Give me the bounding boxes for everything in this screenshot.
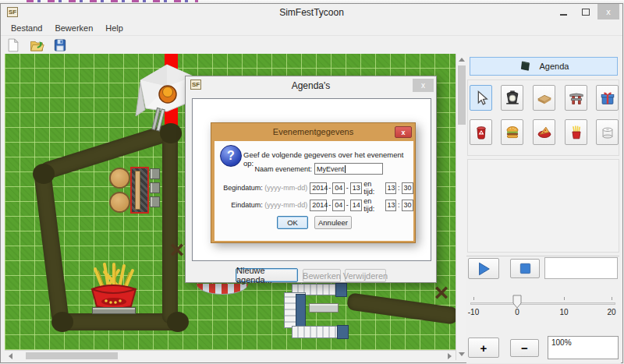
stall-table[interactable] [109,168,130,189]
marker-x-icon[interactable] [434,285,448,300]
window-titlebar[interactable]: SF SimFestTycoon x [1,4,622,21]
torii-gate-icon [568,90,585,107]
path-corner [167,312,189,332]
toilet-block-cabin[interactable] [337,325,349,339]
bench [150,168,160,179]
tool-gift-box[interactable] [596,85,619,111]
save-floppy-icon [52,37,68,53]
close-icon: x [401,129,405,136]
slider-tick [564,297,565,300]
event-name-input[interactable]: MyEvent [314,163,383,175]
open-file-button[interactable] [27,37,46,54]
slider-label: -10 [463,308,484,316]
vertical-scroll-thumb[interactable] [458,65,466,125]
zoom-level-field[interactable]: 100% [548,336,619,359]
close-button[interactable]: x [597,4,619,19]
stop-button[interactable] [510,259,540,278]
path-corner [33,164,55,184]
event-dialog-title: Evenementgegevens [211,127,415,136]
carousel-roof[interactable] [197,284,248,295]
agendas-dialog-title: Agenda's [186,80,436,91]
sidebar: Agenda [466,54,621,363]
toilet-block-cabin[interactable] [296,294,306,327]
horizontal-scroll-thumb[interactable] [26,352,118,359]
stage-light-icon [504,90,521,107]
save-file-button[interactable] [51,37,69,54]
agenda-button-label: Agenda [540,62,569,71]
agendas-dialog-close-button[interactable]: x [413,79,434,92]
map-horizontal-scrollbar[interactable] [5,350,456,360]
start-year-input[interactable]: 2014 [310,182,327,194]
start-month-input[interactable]: 04 [332,182,344,194]
edit-agenda-button[interactable]: Bewerken [303,269,341,282]
play-button[interactable] [468,258,499,279]
end-day-input[interactable]: 14 [350,200,362,211]
cancel-button[interactable]: Annuleer [314,216,352,229]
bench [150,196,160,207]
bench [150,182,160,193]
tool-fries[interactable] [565,119,587,145]
zoom-in-button[interactable]: + [468,337,499,358]
minimize-button[interactable] [552,4,574,19]
time-label: en tijd: [362,180,385,196]
tool-pizza[interactable] [533,119,555,145]
start-minute-input[interactable]: 30 [402,182,413,194]
scroll-right-icon[interactable] [448,353,452,359]
gift-box-icon [599,90,616,107]
menu-help[interactable]: Help [100,22,129,34]
bench[interactable] [309,303,339,313]
tool-toilet-roll[interactable] [596,119,619,145]
path-segment[interactable] [34,171,69,323]
slider-tick [612,297,612,300]
new-file-button[interactable] [4,37,23,54]
start-day-input[interactable]: 13 [350,182,362,194]
agendas-dialog-titlebar[interactable]: SF Agenda's x [186,76,436,95]
hamburger-icon [504,124,521,141]
end-year-input[interactable]: 2014 [310,200,327,211]
agenda-book-icon [519,59,533,73]
scroll-down-icon[interactable] [459,352,465,356]
delete-agenda-button[interactable]: Verwijderen [345,269,386,282]
tool-stage-light[interactable] [501,85,523,111]
end-month-input[interactable]: 04 [332,200,344,211]
tool-stage[interactable] [533,85,555,111]
play-icon [476,261,491,277]
end-hour-input[interactable]: 13 [385,200,397,211]
info-panel [467,159,619,253]
end-date-label: Eindatum: [231,201,263,209]
start-hour-input[interactable]: 13 [385,182,397,194]
plus-icon: + [480,341,488,355]
speed-slider-track[interactable] [470,302,615,305]
bench[interactable] [92,307,136,314]
tool-trash-bin[interactable] [470,119,492,145]
zoom-out-button[interactable]: − [510,339,539,357]
select-cursor-icon [473,90,490,107]
tool-hamburger[interactable] [501,119,523,145]
event-dialog-titlebar[interactable]: Evenementgegevens x [211,123,415,141]
scroll-up-icon[interactable] [459,58,465,62]
speed-slider-thumb[interactable] [512,295,522,309]
scroll-left-icon[interactable] [9,353,12,359]
marker-x-icon[interactable] [170,242,184,257]
end-minute-input[interactable]: 30 [402,200,413,211]
agenda-button[interactable]: Agenda [470,57,618,76]
fries-icon [568,124,585,141]
menu-bestand[interactable]: Bestand [5,22,48,34]
maximize-button[interactable] [575,4,597,19]
bench-group[interactable] [150,168,160,210]
tool-torii-gate[interactable] [565,85,587,111]
tool-select-cursor[interactable] [470,85,492,111]
date-format-hint: (yyyy-mm-dd) [264,184,307,192]
pizza-icon [536,124,553,141]
toilet-block-cabin[interactable] [335,283,347,297]
fries-stand[interactable] [81,263,144,313]
event-dialog-close-button[interactable]: x [395,126,412,138]
path-segment[interactable] [162,129,178,323]
new-agenda-button[interactable]: Nieuwe agenda... [236,268,298,282]
stall-table[interactable] [109,192,130,213]
ok-button[interactable]: OK [277,216,308,229]
trash-bin-icon [473,124,490,141]
start-date-label: Begindatum: [223,184,263,192]
toolbar [1,36,622,54]
menu-bewerken[interactable]: Bewerken [49,22,98,34]
